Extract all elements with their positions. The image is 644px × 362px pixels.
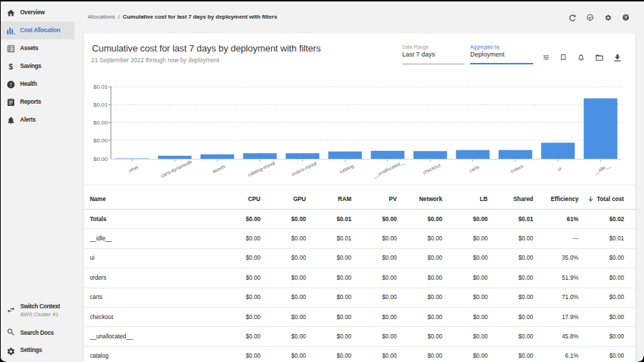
svg-text:carts-dynamodb: carts-dynamodb — [160, 159, 192, 179]
svg-text:$: $ — [9, 63, 13, 71]
svg-text:catalog-mysql: catalog-mysql — [247, 160, 276, 177]
svg-text:orders-mysql: orders-mysql — [291, 160, 318, 177]
svg-text:$0.00: $0.00 — [93, 119, 108, 126]
svg-text:__idle__: __idle__ — [592, 162, 612, 176]
svg-text:carts: carts — [469, 164, 481, 173]
svg-text:__unallocated__: __unallocated__ — [371, 159, 406, 180]
svg-text:?: ? — [624, 14, 628, 21]
svg-text:ui: ui — [557, 165, 562, 172]
svg-text:$0.01: $0.01 — [93, 84, 108, 90]
svg-text:orders: orders — [509, 163, 524, 174]
svg-text:catalog: catalog — [338, 163, 355, 175]
svg-text:$0.00: $0.00 — [93, 156, 108, 162]
svg-text:$0.01: $0.01 — [93, 102, 108, 108]
svg-text:$0.00: $0.00 — [93, 137, 108, 144]
svg-text:assets: assets — [212, 163, 227, 174]
svg-text:checkout: checkout — [422, 162, 441, 175]
svg-text:other: other — [127, 164, 140, 173]
